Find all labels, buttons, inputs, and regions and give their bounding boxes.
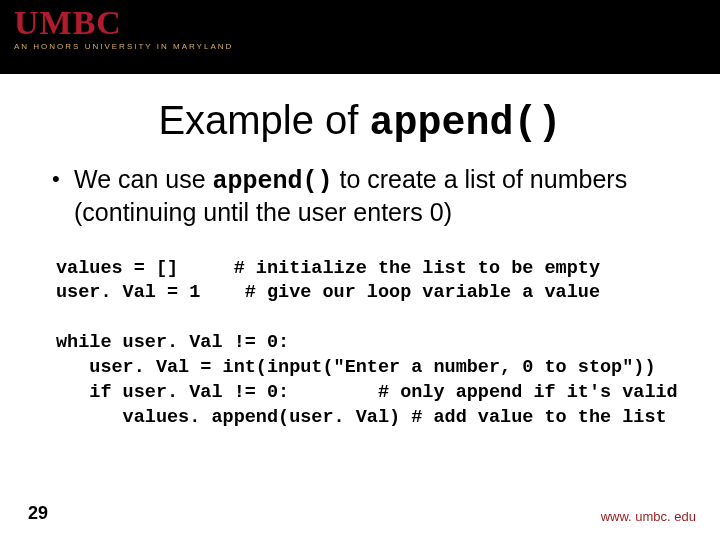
bullet-dot-icon: •: [52, 164, 74, 195]
header-bar: UMBC AN HONORS UNIVERSITY IN MARYLAND: [0, 0, 720, 74]
site-url: www. umbc. edu: [601, 509, 696, 524]
bullet-code: append(): [213, 167, 333, 196]
title-prefix: Example of: [158, 98, 369, 142]
bullet-text: We can use append() to create a list of …: [74, 164, 684, 229]
page-number: 29: [28, 503, 48, 524]
bullet-item: • We can use append() to create a list o…: [52, 164, 684, 229]
logo-tagline: AN HONORS UNIVERSITY IN MARYLAND: [14, 42, 233, 51]
logo-text: UMBC: [14, 6, 233, 40]
slide-title: Example of append(): [0, 98, 720, 146]
logo: UMBC AN HONORS UNIVERSITY IN MARYLAND: [14, 6, 233, 51]
bullet-lead: We can use: [74, 165, 213, 193]
slide-body: • We can use append() to create a list o…: [0, 164, 720, 431]
title-code: append(): [370, 101, 562, 146]
code-block: values = [] # initialize the list to be …: [52, 257, 684, 432]
